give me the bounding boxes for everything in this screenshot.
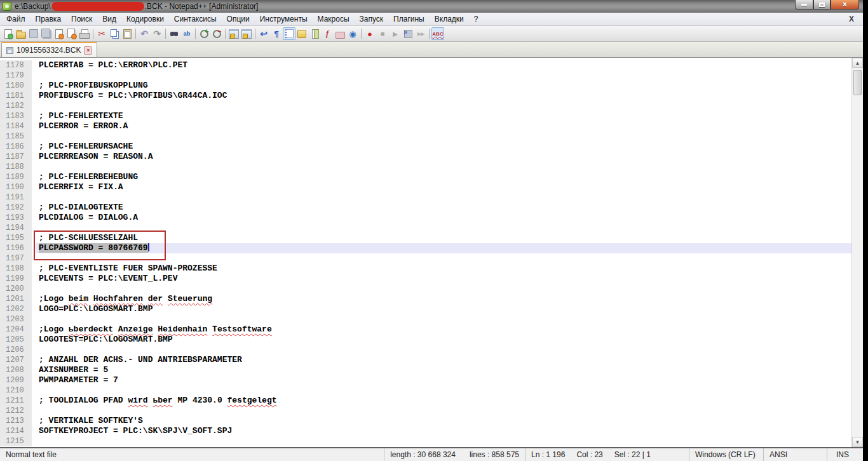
menu-item-3[interactable]: Вид [97,13,121,25]
save-icon[interactable] [27,27,40,40]
minimize-button[interactable] [795,0,813,10]
menu-item-12[interactable]: ? [469,13,484,25]
macro-run-multiple-icon[interactable] [414,27,427,40]
line-text[interactable] [36,101,851,111]
line-text[interactable]: ; PLC-FEHLERURSACHE [36,142,851,152]
close-all-files-icon[interactable] [65,27,78,40]
show-all-characters-icon[interactable] [270,27,283,40]
line-text[interactable]: ; PLC-DIALOGTEXTE [36,203,851,213]
editor-lines[interactable]: 1178PLCERRTAB = PLC:\ERROR\PLC.PET117911… [0,58,851,447]
line-text[interactable]: ; PLC-SCHLUESSELZAHL [36,233,851,243]
maximize-button[interactable] [813,0,831,10]
undo-icon[interactable] [138,27,151,40]
new-file-icon[interactable] [2,27,15,40]
print-icon[interactable] [78,27,91,40]
line-text[interactable]: PROFIBUSCFG = PLC:\PROFIBUS\GR44CA.IOC [36,91,851,101]
line-text[interactable] [36,192,851,203]
redo-icon[interactable] [151,27,163,40]
folder-as-workspace-icon[interactable] [334,27,346,40]
tab-close-icon[interactable] [84,46,92,55]
line-text[interactable]: SOFTKEYPROJECT = PLC:\SK\SPJ\V_SOFT.SPJ [36,426,851,436]
open-file-icon[interactable] [15,27,27,40]
macro-save-icon[interactable] [402,27,414,40]
line-text[interactable]: ; VERTIKALE SOFTKEY'S [36,416,851,426]
save-all-icon[interactable] [40,27,53,40]
line-text[interactable]: ; PLC-FEHLERTEXTE [36,111,851,121]
menu-item-5[interactable]: Синтаксисы [169,13,222,25]
line-text[interactable] [36,314,851,324]
line-text[interactable]: ; PLC-PROFIBUSKOPPLUNG [36,81,851,91]
menu-item-9[interactable]: Запуск [355,13,389,25]
line-text[interactable] [36,223,851,233]
menu-item-0[interactable]: Файл [1,13,31,25]
line-text[interactable]: PWMPARAMETER = 7 [36,375,851,385]
line-text[interactable]: ;Logo beim Hochfahren der Steuerung [36,294,851,304]
tab-document[interactable]: 10915563324.BCK [1,42,97,57]
menu-item-6[interactable]: Опции [222,13,255,25]
scrollbar-thumb[interactable] [853,70,862,95]
line-text[interactable] [36,162,851,172]
document-monitoring-icon[interactable] [346,27,359,40]
menu-item-1[interactable]: Правка [31,13,67,25]
copy-icon[interactable] [108,27,121,40]
line-text[interactable] [36,345,851,355]
spell-check-icon[interactable] [431,27,444,40]
function-list-icon[interactable] [321,27,334,40]
menubar-close-document-button[interactable] [846,15,857,23]
scrollbar-down-icon[interactable]: ▼ [852,437,863,447]
status-encoding[interactable]: ANSI [764,448,827,461]
menu-item-4[interactable]: Кодировки [121,13,169,25]
close-button[interactable]: × [831,0,859,10]
line-text[interactable]: PLCERRTAB = PLC:\ERROR\PLC.PET [36,60,851,70]
line-text[interactable]: PLCERROR = ERROR.A [36,121,851,131]
replace-icon[interactable] [180,27,193,40]
close-file-icon[interactable] [53,27,65,40]
indent-guide-icon[interactable] [283,27,295,40]
menu-item-8[interactable]: Макросы [313,13,355,25]
macro-record-icon[interactable] [363,27,376,40]
line-text[interactable]: LOGO=PLC:\LOGOSMART.BMP [36,304,851,314]
line-text[interactable]: ;Logo ьberdeckt Anzeige Heidenhain Tests… [36,324,851,335]
sync-horizontal-scroll-icon[interactable] [240,27,253,40]
line-text[interactable] [36,284,851,294]
line-text[interactable]: PLCERRREASON = REASON.A [36,152,851,162]
line-text[interactable]: PLCERRFIX = FIX.A [36,182,851,192]
line-text[interactable] [36,385,851,396]
line-text[interactable]: PLCDIALOG = DIALOG.A [36,213,851,223]
menu-item-2[interactable]: Поиск [66,13,97,25]
line-text[interactable] [36,253,851,264]
line-text[interactable]: ; ANZAHL DER ACHS.- UND ANTRIEBSPARAMETE… [36,355,851,365]
line-text[interactable]: AXISNUMBER = 5 [36,365,851,375]
line-text[interactable]: PLCEVENTS = PLC:\EVENT_L.PEV [36,274,851,284]
scrollbar-up-icon[interactable]: ▲ [852,58,863,68]
menu-item-7[interactable]: Инструменты [255,13,313,25]
macro-stop-icon[interactable] [376,27,389,40]
cut-icon[interactable] [95,27,108,40]
zoom-out-icon[interactable] [210,27,223,40]
vertical-scrollbar[interactable]: ▲ ▼ [851,58,863,447]
line-text[interactable] [36,131,851,142]
sync-vertical-scroll-icon[interactable] [227,27,240,40]
line-text[interactable]: LOGOTEST=PLC:\LOGOSMART.BMP [36,335,851,345]
user-defined-language-icon[interactable] [295,27,308,40]
line-text[interactable]: ; PLC-EVENTLISTE FUER SPAWN-PROZESSE [36,264,851,274]
line-text[interactable]: ; PLC-FEHLERBEHEBUNG [36,172,851,182]
find-icon[interactable] [168,27,180,40]
line-text[interactable]: PLCPASSWORD = 80766769 [36,243,851,253]
line-number: 1190 [0,182,32,192]
status-position-section: Ln : 1 196 Col : 23 Sel : 22 | 1 [526,448,689,461]
macro-play-icon[interactable] [389,27,402,40]
line-text[interactable] [36,406,851,416]
zoom-in-icon[interactable] [198,27,210,40]
line-text[interactable] [36,436,851,446]
document-map-icon[interactable] [308,27,321,40]
paste-icon[interactable] [121,27,133,40]
menu-item-11[interactable]: Вкладки [430,13,469,25]
line-text[interactable]: ; TOOLDIALOG PFAD wird ьber MP 4230.0 fe… [36,396,851,406]
editor-line-1201: 1201;Logo beim Hochfahren der Steuerung [0,294,851,304]
menu-item-10[interactable]: Плагины [388,13,430,25]
word-wrap-icon[interactable] [257,27,270,40]
status-insert-mode[interactable]: INS [827,448,863,461]
line-text[interactable] [36,70,851,81]
status-eol[interactable]: Windows (CR LF) [689,448,764,461]
